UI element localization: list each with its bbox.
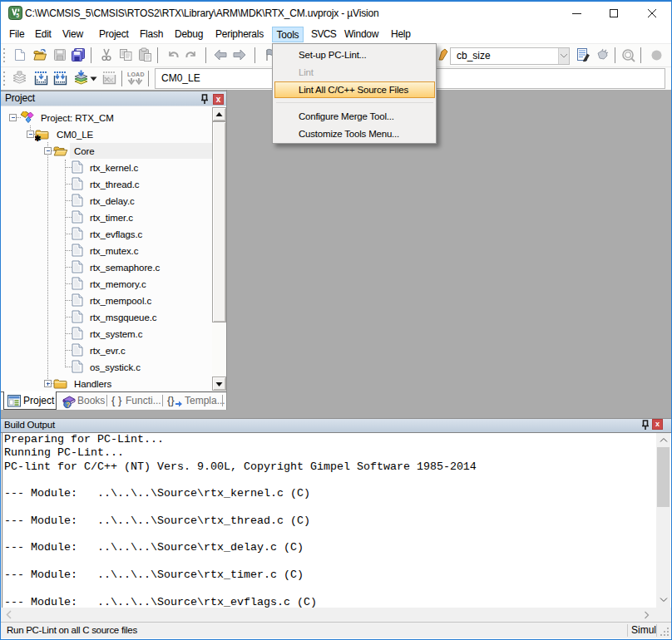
- svg-text:5: 5: [16, 12, 19, 18]
- svg-text:✱: ✱: [35, 134, 42, 141]
- svg-text:?: ?: [66, 401, 70, 409]
- svg-text:LOAD: LOAD: [127, 71, 145, 77]
